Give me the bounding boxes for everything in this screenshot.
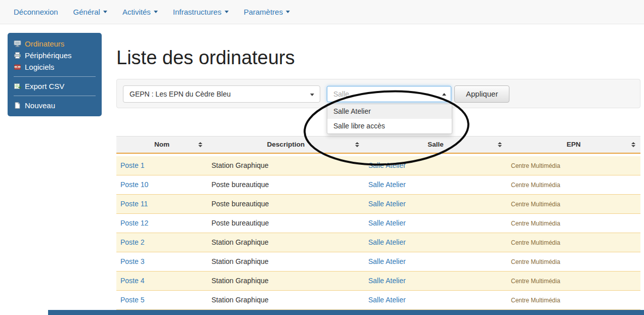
nav-item-general[interactable]: Général [66, 0, 115, 24]
column-header-salle[interactable]: Salle [364, 136, 507, 153]
column-header-label: Nom [154, 141, 169, 148]
sidebar-divider [14, 96, 96, 96]
description-cell: Poste bureautique [211, 200, 269, 208]
nav-item-label: Paramètres [244, 8, 283, 16]
sidebar: Ordinateurs Périphériques Logiciels Expo… [8, 33, 102, 116]
epn-link[interactable]: Centre Multimédia [511, 201, 560, 208]
description-cell: Station Graphique [211, 238, 269, 246]
column-header-description[interactable]: Description [207, 136, 364, 153]
column-header-epn[interactable]: EPN [507, 136, 640, 153]
salle-option-atelier[interactable]: Salle Atelier [327, 104, 452, 119]
caret-down-icon [225, 11, 229, 13]
main-content: Liste des ordinateurs GEPN : Les EPN du … [116, 48, 640, 315]
salle-link[interactable]: Salle Atelier [368, 161, 406, 169]
salle-link[interactable]: Salle Atelier [368, 238, 406, 246]
top-navbar: Déconnexion Général Activités Infrastruc… [0, 0, 644, 24]
salle-link[interactable]: Salle Atelier [368, 200, 406, 208]
epn-link[interactable]: Centre Multimédia [511, 258, 560, 265]
sidebar-item-label: Nouveau [25, 101, 55, 110]
sidebar-divider [14, 76, 96, 77]
description-cell: Station Graphique [211, 277, 269, 285]
new-page-icon [14, 102, 21, 109]
salle-combobox[interactable] [327, 86, 451, 102]
nav-item-label: Infrastructures [173, 8, 222, 16]
peripherals-icon [14, 52, 21, 59]
software-icon [14, 63, 21, 71]
table-header-row: Nom Description Salle EPN [116, 136, 640, 153]
table-row: Poste 5 Station Graphique Salle Atelier … [116, 290, 640, 309]
sort-icon [498, 142, 502, 147]
column-header-nom[interactable]: Nom [116, 136, 207, 153]
epn-select-value: GEPN : Les EPN du Cèdre Bleu [130, 90, 231, 98]
computer-link[interactable]: Poste 1 [120, 161, 144, 169]
epn-link[interactable]: Centre Multimédia [511, 297, 560, 304]
sidebar-item-ordinateurs[interactable]: Ordinateurs [14, 38, 96, 50]
table-row: Poste 11 Poste bureautique Salle Atelier… [116, 194, 640, 213]
table-row: Poste 3 Station Graphique Salle Atelier … [116, 252, 640, 271]
sidebar-item-peripheriques[interactable]: Périphériques [14, 50, 96, 61]
epn-link[interactable]: Centre Multimédia [511, 220, 560, 227]
page-title: Liste des ordinateurs [116, 48, 640, 69]
computer-icon [14, 40, 21, 48]
computer-link[interactable]: Poste 5 [120, 296, 144, 304]
computer-link[interactable]: Poste 12 [120, 219, 148, 227]
nav-item-label: Général [73, 8, 100, 16]
description-cell: Station Graphique [211, 296, 269, 304]
sort-icon [631, 142, 635, 147]
sidebar-item-label: Export CSV [25, 82, 64, 91]
epn-link[interactable]: Centre Multimédia [511, 162, 560, 169]
sidebar-item-logiciels[interactable]: Logiciels [14, 61, 96, 73]
computer-link[interactable]: Poste 2 [120, 238, 144, 246]
filter-bar: GEPN : Les EPN du Cèdre Bleu Salle Ateli… [116, 79, 640, 108]
computer-link[interactable]: Poste 4 [120, 277, 144, 285]
column-header-label: Salle [427, 141, 444, 148]
sidebar-item-label: Logiciels [25, 63, 54, 71]
column-header-label: Description [267, 141, 305, 148]
salle-dropdown-menu: Salle Atelier Salle libre accès [327, 104, 452, 134]
apply-button[interactable]: Appliquer [454, 85, 509, 103]
sidebar-item-label: Périphériques [25, 51, 72, 60]
epn-link[interactable]: Centre Multimédia [511, 182, 560, 189]
table-row: Poste 10 Poste bureautique Salle Atelier… [116, 175, 640, 194]
nav-item-label: Activités [122, 8, 151, 16]
nav-item-activites[interactable]: Activités [115, 0, 165, 24]
caret-down-icon [286, 11, 290, 13]
caret-up-icon [442, 93, 446, 96]
description-cell: Poste bureautique [211, 181, 269, 189]
sidebar-item-label: Ordinateurs [25, 39, 64, 48]
description-cell: Poste bureautique [211, 219, 269, 227]
nav-item-deconnexion[interactable]: Déconnexion [6, 0, 66, 24]
caret-down-icon [154, 11, 158, 13]
epn-link[interactable]: Centre Multimédia [511, 239, 560, 246]
epn-select[interactable]: GEPN : Les EPN du Cèdre Bleu [123, 85, 320, 103]
salle-option-libre-acces[interactable]: Salle libre accès [327, 119, 452, 133]
column-header-label: EPN [567, 141, 581, 148]
footer-bar [48, 310, 644, 315]
nav-item-label: Déconnexion [14, 8, 58, 16]
computer-link[interactable]: Poste 11 [120, 200, 148, 208]
epn-link[interactable]: Centre Multimédia [511, 278, 560, 285]
computer-link[interactable]: Poste 10 [120, 181, 148, 189]
table-row: Poste 2 Station Graphique Salle Atelier … [116, 233, 640, 252]
salle-link[interactable]: Salle Atelier [368, 181, 406, 189]
table-row: Poste 1 Station Graphique Salle Atelier … [116, 156, 640, 175]
export-csv-icon [14, 82, 21, 90]
nav-item-infrastructures[interactable]: Infrastructures [165, 0, 236, 24]
salle-link[interactable]: Salle Atelier [368, 219, 406, 227]
sidebar-item-export-csv[interactable]: Export CSV [14, 80, 96, 92]
description-cell: Station Graphique [211, 257, 269, 265]
caret-down-icon [310, 94, 314, 96]
computers-table: Nom Description Salle EPN Poste [116, 136, 640, 315]
table-row: Poste 12 Poste bureautique Salle Atelier… [116, 213, 640, 233]
sort-icon [198, 142, 202, 147]
sort-icon [355, 142, 359, 147]
salle-input[interactable] [332, 89, 439, 99]
table-row: Poste 4 Station Graphique Salle Atelier … [116, 271, 640, 290]
salle-link[interactable]: Salle Atelier [368, 277, 406, 285]
nav-item-parametres[interactable]: Paramètres [236, 0, 298, 24]
computer-link[interactable]: Poste 3 [120, 257, 144, 265]
salle-link[interactable]: Salle Atelier [368, 257, 406, 265]
salle-link[interactable]: Salle Atelier [368, 296, 406, 304]
caret-down-icon [103, 11, 107, 13]
sidebar-item-nouveau[interactable]: Nouveau [14, 100, 96, 111]
